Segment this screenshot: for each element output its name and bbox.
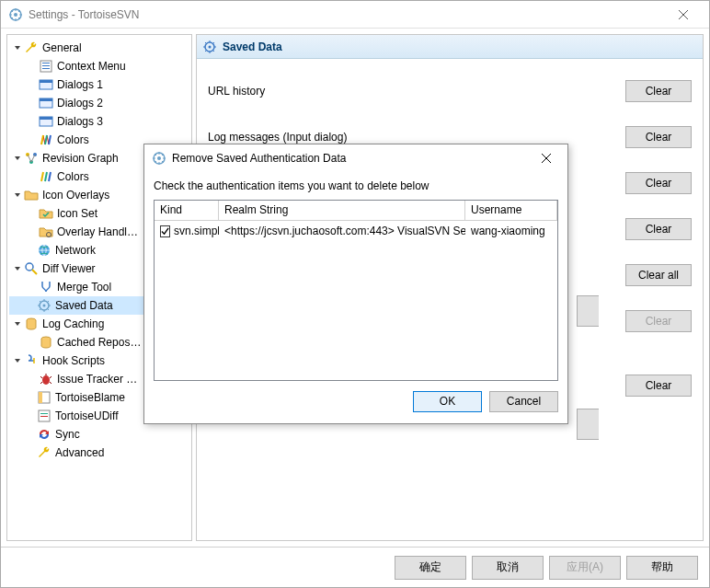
database-icon <box>39 335 53 350</box>
tree-label: Icon Overlays <box>42 189 109 202</box>
clear-button[interactable]: Clear <box>625 172 692 194</box>
palette-icon <box>39 169 53 184</box>
cancel-button[interactable]: 取消 <box>472 556 544 580</box>
panel-header: Saved Data <box>197 35 703 59</box>
tree-label: Sync <box>55 428 80 441</box>
svg-rect-3 <box>42 63 50 63</box>
svg-rect-5 <box>42 68 50 69</box>
clear-log-messages-button[interactable]: Clear <box>625 126 692 148</box>
row-checkbox[interactable] <box>160 225 170 237</box>
tree-label: Colors <box>57 133 89 146</box>
tree-item-advanced[interactable]: Advanced <box>9 444 189 462</box>
palette-icon <box>39 133 53 147</box>
tree-label: Dialogs 1 <box>57 78 103 91</box>
folder-check-icon <box>39 206 53 221</box>
help-button[interactable]: 帮助 <box>626 556 698 580</box>
apply-button: 应用(A) <box>549 556 621 580</box>
tree-label: Dialogs 3 <box>57 115 103 128</box>
chevron-down-icon[interactable] <box>11 155 24 162</box>
partial-button[interactable] <box>577 295 599 327</box>
chevron-down-icon[interactable] <box>11 265 24 272</box>
sync-icon <box>37 427 52 442</box>
tree-item-dialogs2[interactable]: Dialogs 2 <box>9 94 189 112</box>
globe-icon <box>37 243 52 258</box>
chevron-down-icon[interactable] <box>11 320 24 328</box>
clear-button[interactable]: Clear <box>625 375 692 397</box>
svg-rect-7 <box>40 80 52 83</box>
bug-icon <box>39 372 53 386</box>
database-icon <box>24 317 39 331</box>
dialog-titlebar: Remove Saved Authentication Data <box>144 144 567 172</box>
dialog-ok-button[interactable]: OK <box>413 391 482 412</box>
tree-label: Diff Viewer <box>42 262 96 275</box>
dialog-close-button[interactable] <box>532 144 560 172</box>
ok-button[interactable]: 确定 <box>395 556 466 580</box>
tree-label: Network <box>55 244 96 257</box>
footer: 确定 取消 应用(A) 帮助 <box>1 547 709 587</box>
panel-title: Saved Data <box>223 40 282 53</box>
svg-rect-4 <box>42 65 50 66</box>
cell-kind-text: svn.simple <box>174 225 219 237</box>
tree-label: Colors <box>57 170 89 183</box>
magnifier-icon <box>24 261 39 276</box>
tree-label: Issue Tracker … <box>57 373 137 386</box>
auth-list[interactable]: Kind Realm String Username svn.simple <h… <box>154 200 558 381</box>
clear-button-disabled: Clear <box>625 310 692 332</box>
svg-point-1 <box>14 13 17 17</box>
tree-label: Overlay Handl… <box>57 225 138 238</box>
clear-url-history-button[interactable]: Clear <box>625 80 692 102</box>
partial-button[interactable] <box>577 409 599 440</box>
gear-icon <box>37 298 52 313</box>
svg-rect-27 <box>40 416 48 417</box>
tree-label: Icon Set <box>57 207 97 220</box>
dialog-prompt: Check the authentication items you want … <box>154 179 558 192</box>
dialog-icon <box>39 77 53 92</box>
tree-label: Revision Graph <box>42 152 119 165</box>
svg-rect-26 <box>40 413 48 414</box>
udiff-icon <box>37 409 52 423</box>
list-row[interactable]: svn.simple <https://jcsvn.juchaosoft.com… <box>155 221 557 241</box>
svg-point-19 <box>43 305 46 307</box>
tree-label: Log Caching <box>42 317 104 330</box>
tree-label: General <box>42 41 82 54</box>
row-url-history: URL history Clear <box>208 68 692 114</box>
window-close-button[interactable] <box>665 1 702 29</box>
gear-icon <box>202 40 217 54</box>
tree-item-context-menu[interactable]: Context Menu <box>9 57 189 75</box>
dialog-cancel-button[interactable]: Cancel <box>489 391 558 412</box>
hook-icon <box>24 353 39 368</box>
col-realm[interactable]: Realm String <box>219 201 465 221</box>
col-kind[interactable]: Kind <box>155 201 219 221</box>
window-title: Settings - TortoiseSVN <box>29 8 665 21</box>
dialog-title: Remove Saved Authentication Data <box>172 152 532 165</box>
chevron-down-icon[interactable] <box>11 357 24 364</box>
label-url-history: URL history <box>208 85 265 98</box>
clear-button[interactable]: Clear <box>625 218 692 240</box>
cell-realm: <https://jcsvn.juchaosoft.com:443> Visua… <box>219 221 465 241</box>
tree-item-dialogs1[interactable]: Dialogs 1 <box>9 75 189 94</box>
svg-point-17 <box>26 263 33 271</box>
tree-item-dialogs3[interactable]: Dialogs 3 <box>9 112 189 131</box>
svg-rect-11 <box>40 117 52 120</box>
svg-point-29 <box>209 45 212 48</box>
tree-label: Advanced <box>55 446 104 459</box>
svg-rect-24 <box>39 392 42 403</box>
dialog-buttons: OK Cancel <box>154 381 558 414</box>
tree-item-general[interactable]: General <box>9 39 189 57</box>
gear-icon <box>152 151 166 166</box>
chevron-down-icon[interactable] <box>11 44 24 52</box>
list-header: Kind Realm String Username <box>155 201 557 221</box>
folder-icon <box>24 188 39 202</box>
tree-label: Merge Tool <box>57 281 111 294</box>
clear-all-button[interactable]: Clear all <box>625 264 692 286</box>
tree-item-sync[interactable]: Sync <box>9 425 189 444</box>
remove-auth-dialog: Remove Saved Authentication Data Check t… <box>143 144 568 424</box>
col-user[interactable]: Username <box>465 201 557 221</box>
chevron-down-icon[interactable] <box>11 191 24 199</box>
titlebar: Settings - TortoiseSVN <box>1 1 709 29</box>
tree-label: Dialogs 2 <box>57 97 103 110</box>
tree-label: Context Menu <box>57 60 126 73</box>
graph-icon <box>24 151 39 166</box>
svg-rect-9 <box>40 98 52 101</box>
label-log-messages: Log messages (Input dialog) <box>208 131 347 144</box>
